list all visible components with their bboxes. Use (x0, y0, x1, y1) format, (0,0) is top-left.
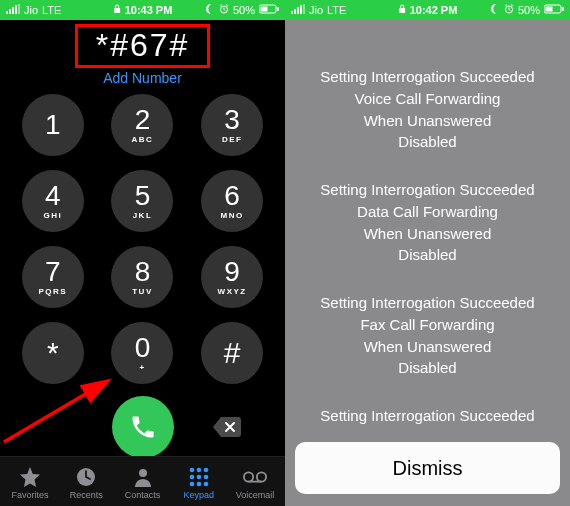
dnd-moon-icon (490, 4, 500, 16)
result-line: Fax Call Forwarding (303, 314, 552, 336)
svg-point-20 (244, 472, 253, 481)
tab-label: Contacts (125, 490, 161, 500)
svg-rect-27 (300, 5, 302, 14)
svg-rect-7 (261, 7, 268, 12)
svg-rect-24 (291, 11, 293, 14)
carrier-label: Jio (309, 4, 323, 16)
backspace-icon (212, 416, 242, 438)
svg-point-21 (257, 472, 266, 481)
svg-rect-31 (546, 7, 553, 12)
key-3[interactable]: 3DEF (201, 94, 263, 156)
svg-point-12 (196, 467, 201, 472)
battery-percent: 50% (233, 4, 255, 16)
key-hash[interactable]: # (201, 322, 263, 384)
alarm-icon (504, 4, 514, 16)
result-line: Disabled (303, 131, 552, 153)
tab-voicemail[interactable]: Voicemail (227, 466, 283, 500)
svg-rect-25 (294, 9, 296, 14)
key-2[interactable]: 2ABC (111, 94, 173, 156)
tab-label: Keypad (183, 490, 214, 500)
result-line: Disabled (303, 244, 552, 266)
svg-point-13 (203, 467, 208, 472)
time-label: 10:43 PM (125, 4, 173, 16)
tab-label: Recents (70, 490, 103, 500)
delete-button[interactable] (211, 415, 243, 439)
dialed-number: *#67# (96, 27, 190, 64)
result-group: Setting Interrogation Succeeded Data Cal… (303, 179, 552, 266)
tab-contacts[interactable]: Contacts (114, 466, 170, 500)
svg-point-11 (189, 467, 194, 472)
lock-icon (398, 4, 406, 16)
result-screen: Jio LTE 10:42 PM 50% (285, 0, 570, 506)
svg-rect-26 (297, 7, 299, 14)
dnd-moon-icon (205, 4, 215, 16)
battery-icon (259, 4, 279, 16)
network-label: LTE (42, 4, 61, 16)
key-7[interactable]: 7PQRS (22, 246, 84, 308)
svg-point-19 (203, 481, 208, 486)
voicemail-icon (243, 466, 267, 488)
result-line-cut: Setting Interrogation Succeeded (303, 405, 552, 427)
result-group: Setting Interrogation Succeeded Voice Ca… (303, 66, 552, 153)
tab-label: Favorites (12, 490, 49, 500)
svg-rect-2 (12, 7, 14, 14)
tab-label: Voicemail (236, 490, 275, 500)
svg-point-10 (139, 469, 147, 477)
svg-point-18 (196, 481, 201, 486)
svg-point-15 (196, 474, 201, 479)
svg-point-16 (203, 474, 208, 479)
battery-percent: 50% (518, 4, 540, 16)
key-star[interactable]: * (22, 322, 84, 384)
phone-icon (129, 413, 157, 441)
result-line: Setting Interrogation Succeeded (303, 292, 552, 314)
signal-icon (6, 4, 20, 16)
keypad-icon (187, 466, 211, 488)
result-line: Disabled (303, 357, 552, 379)
star-icon (18, 466, 42, 488)
highlight-box: *#67# (75, 24, 211, 68)
svg-rect-4 (18, 4, 20, 14)
svg-rect-1 (9, 9, 11, 14)
key-8[interactable]: 8TUV (111, 246, 173, 308)
key-4[interactable]: 4GHI (22, 170, 84, 232)
status-bar: Jio LTE 10:42 PM 50% (285, 0, 570, 20)
result-line: When Unanswered (303, 223, 552, 245)
key-6[interactable]: 6MNO (201, 170, 263, 232)
alarm-icon (219, 4, 229, 16)
call-button[interactable] (112, 396, 174, 458)
result-line: When Unanswered (303, 110, 552, 132)
tab-bar: Favorites Recents Contacts Keypad Voicem… (0, 456, 285, 506)
key-0[interactable]: 0+ (111, 322, 173, 384)
tab-keypad[interactable]: Keypad (171, 466, 227, 500)
key-5[interactable]: 5JKL (111, 170, 173, 232)
result-line: Setting Interrogation Succeeded (303, 179, 552, 201)
svg-rect-8 (277, 7, 279, 11)
result-group: Setting Interrogation Succeeded Fax Call… (303, 292, 552, 379)
result-body: Setting Interrogation Succeeded Voice Ca… (285, 20, 570, 427)
clock-icon (74, 466, 98, 488)
dismiss-button[interactable]: Dismiss (295, 442, 560, 494)
signal-icon (291, 4, 305, 16)
number-display: *#67# Add Number (0, 20, 285, 86)
result-line: Data Call Forwarding (303, 201, 552, 223)
result-line: Voice Call Forwarding (303, 88, 552, 110)
svg-point-17 (189, 481, 194, 486)
key-9[interactable]: 9WXYZ (201, 246, 263, 308)
network-label: LTE (327, 4, 346, 16)
status-bar: Jio LTE 10:43 PM 50% (0, 0, 285, 20)
person-icon (131, 466, 155, 488)
lock-icon (113, 4, 121, 16)
keypad: 1 2ABC 3DEF 4GHI 5JKL 6MNO 7PQRS 8TUV 9W… (0, 86, 285, 384)
svg-rect-28 (303, 4, 305, 14)
result-line: Setting Interrogation Succeeded (303, 66, 552, 88)
svg-point-14 (189, 474, 194, 479)
add-number-link[interactable]: Add Number (10, 70, 275, 86)
tab-recents[interactable]: Recents (58, 466, 114, 500)
tab-favorites[interactable]: Favorites (2, 466, 58, 500)
battery-icon (544, 4, 564, 16)
key-1[interactable]: 1 (22, 94, 84, 156)
svg-rect-3 (15, 5, 17, 14)
svg-rect-32 (562, 7, 564, 11)
time-label: 10:42 PM (410, 4, 458, 16)
svg-rect-0 (6, 11, 8, 14)
